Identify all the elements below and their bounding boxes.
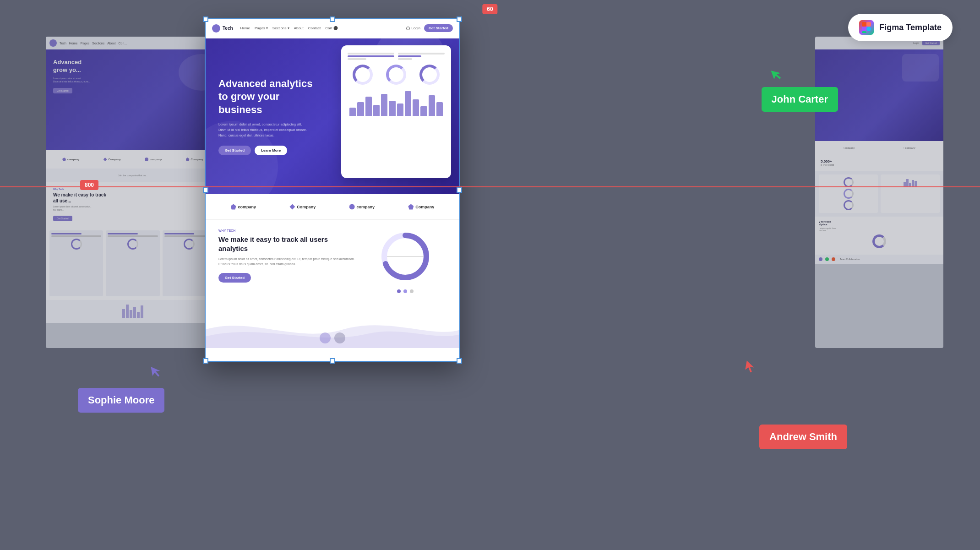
preview-left-logo-1: company <box>62 158 79 161</box>
preview-left-logos: company Company company Company <box>46 150 220 169</box>
hero-btn-secondary[interactable]: Learn More <box>255 146 287 155</box>
preview-right: Login Get Started • company • Company 5,… <box>815 37 943 348</box>
preview-left-logo-4: Company <box>186 158 203 161</box>
john-carter-name: John Carter <box>772 93 828 105</box>
section-tag: Why Tech <box>218 229 355 232</box>
andrew-smith-name: Andrew Smith <box>769 431 837 442</box>
preview-left-hero: Advancedgrow yo... Lorem ipsum dolor sit… <box>46 49 220 150</box>
logo-company-3: company <box>349 204 375 210</box>
preview-right-hero-blob <box>902 54 939 82</box>
figma-logo-icon <box>862 22 871 33</box>
main-nav-links: Home Pages ▾ Sections ▾ About Contact Ca… <box>240 26 399 30</box>
preview-left: Tech Home Pages Sections About Con... Ad… <box>46 37 220 348</box>
section-body: Lorem ipsum dolor sit amet, consectetur … <box>218 256 355 267</box>
logo-company-4: Company <box>408 204 434 210</box>
logo-company-1: company <box>231 204 256 210</box>
hero-content: Advanced analytics to grow your business… <box>218 77 446 156</box>
main-nav-cta[interactable]: Get Started <box>424 24 453 32</box>
main-bottom <box>205 302 460 348</box>
svg-rect-5 <box>866 22 871 27</box>
figma-icon <box>859 20 874 35</box>
measurement-top: 60 <box>482 5 497 13</box>
section-cta[interactable]: Get Started <box>218 273 251 283</box>
svg-rect-4 <box>862 22 866 27</box>
preview-left-logo-2: Company <box>103 158 121 161</box>
preview-left-bars <box>122 305 143 318</box>
preview-left-section: Why Tech We make it easy to trackall use… <box>46 182 220 227</box>
figma-template-badge: Figma Template <box>848 14 953 41</box>
section-right <box>364 229 446 293</box>
measurement-line-horizontal <box>0 186 980 187</box>
section-donut <box>378 229 433 284</box>
dashboard-row-1 <box>348 52 445 61</box>
andrew-smith-badge: Andrew Smith <box>759 425 847 449</box>
section-title: We make it easy to track all users analy… <box>218 235 355 253</box>
figma-template-label: Figma Template <box>879 23 942 33</box>
svg-rect-8 <box>862 31 866 33</box>
preview-right-analytics-box-1 <box>819 174 878 213</box>
preview-left-card-2 <box>106 230 159 296</box>
preview-left-logo-dot-1 <box>62 158 66 161</box>
preview-right-analytics <box>815 171 943 217</box>
hero-btn-primary[interactable]: Get Started <box>218 146 251 155</box>
hero-buttons: Get Started Learn More <box>218 146 446 155</box>
hero-body: Lorem ipsum dolor sit amet, consectetur … <box>218 122 310 138</box>
measurement-left-value: 800 <box>80 180 98 190</box>
preview-right-logos: • company • Company <box>815 141 943 155</box>
preview-right-content: 5,000+ d the world <box>815 155 943 171</box>
logo-company-2: Company <box>289 204 316 210</box>
sophie-moore-badge: Sophie Moore <box>78 388 164 413</box>
sophie-moore-name: Sophie Moore <box>88 394 154 406</box>
preview-left-hero-btn: Get Started <box>53 88 72 93</box>
measurement-left: 800 <box>80 180 98 190</box>
svg-point-7 <box>866 27 871 31</box>
preview-left-cards <box>46 227 220 300</box>
preview-left-bottom <box>46 300 220 323</box>
john-carter-badge: John Carter <box>762 87 838 112</box>
main-nav-actions: Login Get Started <box>406 24 453 32</box>
main-hero: Advanced analytics to grow your business… <box>205 38 460 194</box>
main-nav: Tech Home Pages ▾ Sections ▾ About Conta… <box>205 18 460 38</box>
main-nav-logo-text: Tech <box>223 26 233 31</box>
preview-left-logo-3: company <box>145 158 162 161</box>
section-left: Why Tech We make it easy to track all us… <box>218 229 355 293</box>
preview-left-logo-dot-4 <box>186 158 190 161</box>
preview-right-analytics-box-2 <box>881 174 940 213</box>
preview-left-logo-dot-3 <box>145 158 148 161</box>
preview-left-nav-text: Tech Home Pages Sections About Con... <box>60 42 127 45</box>
preview-left-logo-dot-2 <box>103 158 107 161</box>
svg-rect-6 <box>862 27 866 31</box>
main-nav-login[interactable]: Login <box>406 26 420 30</box>
preview-left-join-text: Join the companies that tru... <box>46 169 220 182</box>
main-nav-logo: Tech <box>212 24 233 33</box>
hero-title: Advanced analytics to grow your business <box>218 77 319 117</box>
main-section: Why Tech We make it easy to track all us… <box>205 220 460 302</box>
preview-left-logo-icon <box>49 39 57 47</box>
preview-left-card-1 <box>49 230 103 296</box>
measurement-top-value: 60 <box>482 4 497 14</box>
preview-left-nav: Tech Home Pages Sections About Con... <box>46 37 220 49</box>
preview-right-track: y to trackalytics t adipiscing elit. Dia… <box>815 217 943 255</box>
main-frame: Tech Home Pages ▾ Sections ▾ About Conta… <box>205 18 460 362</box>
main-nav-logo-icon <box>212 24 220 33</box>
preview-right-team: Team Collaboration <box>815 255 943 264</box>
main-logos-strip: company Company company Company <box>205 194 460 220</box>
